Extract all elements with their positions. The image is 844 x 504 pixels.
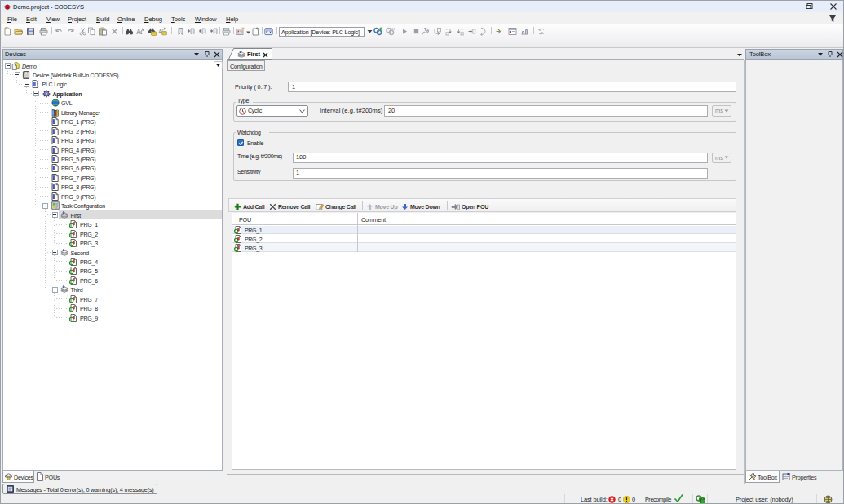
svg-text:A: A — [136, 28, 141, 36]
